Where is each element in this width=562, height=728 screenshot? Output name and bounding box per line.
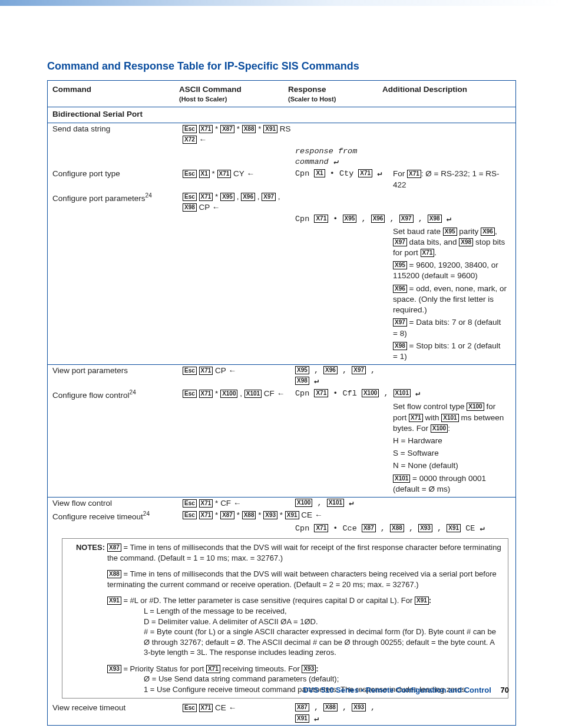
row-vrto: View receive timeout Esc X71 CE X87 , X8… xyxy=(48,702,515,724)
row-vflow: View flow control Esc X71 * CF X100 , X1… xyxy=(48,498,515,509)
row-send: Send data string Esc X71 * X87 * X88 * X… xyxy=(48,123,515,146)
table-header: Command ASCII Command (Host to Scaler) R… xyxy=(48,81,515,107)
row-pparam-resp: Cpn X71 • X95 , X96 , X97 , X98 xyxy=(48,213,515,225)
row-vparam: View port parameters Esc X71 CP X95 , X9… xyxy=(48,365,515,387)
col-response: Response (Scaler to Host) xyxy=(288,84,382,103)
section-bidirectional: Bidirectional Serial Port xyxy=(48,107,515,123)
header-gradient xyxy=(0,0,562,6)
row-pparam: Configure port parameters24 Esc X71 * X9… xyxy=(48,191,515,213)
row-flow: Configure flow control24 Esc X71 * X100 … xyxy=(48,388,515,401)
row-rto-resp: Cpn X71 • Cce X87 , X88 , X93 , X91 CE xyxy=(48,523,515,535)
row-ptype: Configure port type Esc X1 * X71 CY Cpn … xyxy=(48,168,515,190)
col-desc: Additional Description xyxy=(382,84,511,103)
col-command: Command xyxy=(52,84,179,103)
cmd-send: Esc X71 * X87 * X88 * X91 RS X72 xyxy=(183,124,295,145)
page-title: Command and Response Table for IP-Specif… xyxy=(47,59,515,73)
row-flow-desc: Set flow control type X100 for port X71 … xyxy=(48,401,515,498)
notes-box: NOTES: X87 = Time in tens of millisecond… xyxy=(62,538,508,699)
row-send-resp: response from command xyxy=(48,146,515,168)
row-rto: Configure receive timeout24 Esc X71 * X8… xyxy=(48,509,515,523)
row-pparam-desc: Set baud rate X95 parity X96, X97 data b… xyxy=(48,226,515,365)
page-content: Command and Response Table for IP-Specif… xyxy=(0,0,562,728)
page-footer: DVS 510 Series • Remote Configuration an… xyxy=(0,685,562,696)
col-ascii: ASCII Command (Host to Scaler) xyxy=(179,84,288,103)
command-table: Command ASCII Command (Host to Scaler) R… xyxy=(47,80,516,725)
